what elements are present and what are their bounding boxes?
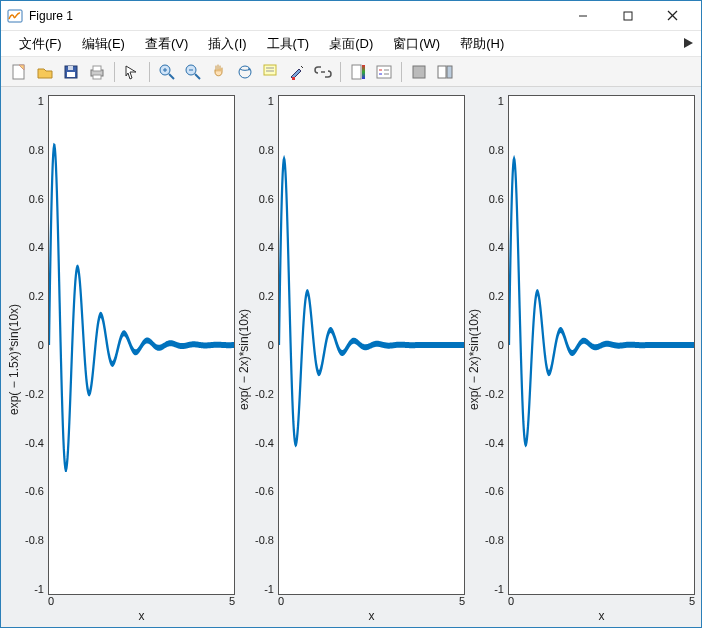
- menu-insert[interactable]: 插入(I): [198, 33, 256, 55]
- subplots-row: exp( − 1.5x)*sin(10x) 1 0.8 0.6 0.4 0.2 …: [5, 95, 695, 623]
- link-plots-button[interactable]: [311, 60, 335, 84]
- svg-rect-7: [67, 72, 75, 77]
- menu-edit[interactable]: 编辑(E): [72, 33, 135, 55]
- x-axis-ticks: 0 5: [48, 595, 235, 609]
- svg-rect-2: [624, 12, 632, 20]
- y-axis-ticks: 1 0.8 0.6 0.4 0.2 0 -0.2 -0.4 -0.6 -0.8 …: [255, 95, 278, 623]
- menu-help[interactable]: 帮助(H): [450, 33, 514, 55]
- axes-1[interactable]: [48, 95, 235, 595]
- subplot-3: exp( − 2x)*sin(10x) 1 0.8 0.6 0.4 0.2 0 …: [465, 95, 695, 623]
- svg-line-17: [195, 74, 200, 79]
- xlabel: x: [278, 609, 465, 623]
- insert-colorbar-button[interactable]: [346, 60, 370, 84]
- menubar: 文件(F) 编辑(E) 查看(V) 插入(I) 工具(T) 桌面(D) 窗口(W…: [1, 31, 701, 57]
- x-axis-ticks: 0 5: [278, 595, 465, 609]
- svg-rect-11: [93, 75, 101, 79]
- svg-rect-24: [352, 65, 361, 79]
- svg-line-13: [169, 74, 174, 79]
- x-axis-ticks: 0 5: [508, 595, 695, 609]
- data-cursor-button[interactable]: [259, 60, 283, 84]
- zoom-in-button[interactable]: [155, 60, 179, 84]
- subplot-2: exp( − 2x)*sin(10x) 1 0.8 0.6 0.4 0.2 0 …: [235, 95, 465, 623]
- matlab-figure-icon: [7, 8, 23, 24]
- xlabel: x: [48, 609, 235, 623]
- undock-arrow-icon[interactable]: [683, 37, 695, 52]
- insert-legend-button[interactable]: [372, 60, 396, 84]
- menu-window[interactable]: 窗口(W): [383, 33, 450, 55]
- line-series-2: [279, 159, 464, 443]
- zoom-out-button[interactable]: [181, 60, 205, 84]
- svg-rect-23: [292, 77, 295, 80]
- new-figure-button[interactable]: [7, 60, 31, 84]
- svg-rect-33: [447, 66, 452, 78]
- minimize-button[interactable]: [560, 2, 605, 30]
- svg-rect-10: [93, 66, 101, 71]
- ylabel: exp( − 1.5x)*sin(10x): [5, 95, 25, 623]
- axes-3[interactable]: [508, 95, 695, 595]
- svg-rect-31: [413, 66, 425, 78]
- subplot-1: exp( − 1.5x)*sin(10x) 1 0.8 0.6 0.4 0.2 …: [5, 95, 235, 623]
- svg-rect-8: [68, 66, 73, 70]
- figure-canvas[interactable]: exp( − 1.5x)*sin(10x) 1 0.8 0.6 0.4 0.2 …: [1, 87, 701, 627]
- svg-point-19: [239, 66, 251, 78]
- titlebar: Figure 1: [1, 1, 701, 31]
- menu-desktop[interactable]: 桌面(D): [319, 33, 383, 55]
- toolbar-separator: [401, 62, 402, 82]
- hide-plottools-button[interactable]: [407, 60, 431, 84]
- figure-window: Figure 1 文件(F) 编辑(E) 查看(V) 插入(I) 工具(T) 桌…: [0, 0, 702, 628]
- line-series-1: [49, 146, 234, 469]
- edit-plot-button[interactable]: [120, 60, 144, 84]
- xlabel: x: [508, 609, 695, 623]
- menu-view[interactable]: 查看(V): [135, 33, 198, 55]
- line-series-3: [509, 159, 694, 443]
- open-button[interactable]: [33, 60, 57, 84]
- print-button[interactable]: [85, 60, 109, 84]
- rotate3d-button[interactable]: [233, 60, 257, 84]
- maximize-button[interactable]: [605, 2, 650, 30]
- ylabel: exp( − 2x)*sin(10x): [235, 95, 255, 623]
- brush-button[interactable]: [285, 60, 309, 84]
- y-axis-ticks: 1 0.8 0.6 0.4 0.2 0 -0.2 -0.4 -0.6 -0.8 …: [25, 95, 48, 623]
- y-axis-ticks: 1 0.8 0.6 0.4 0.2 0 -0.2 -0.4 -0.6 -0.8 …: [485, 95, 508, 623]
- menu-file[interactable]: 文件(F): [9, 33, 72, 55]
- toolbar-separator: [114, 62, 115, 82]
- axes-2[interactable]: [278, 95, 465, 595]
- close-button[interactable]: [650, 2, 695, 30]
- window-title: Figure 1: [29, 9, 560, 23]
- save-button[interactable]: [59, 60, 83, 84]
- toolbar-separator: [149, 62, 150, 82]
- toolbar: [1, 57, 701, 87]
- show-plottools-button[interactable]: [433, 60, 457, 84]
- svg-rect-26: [377, 66, 391, 78]
- ylabel: exp( − 2x)*sin(10x): [465, 95, 485, 623]
- pan-button[interactable]: [207, 60, 231, 84]
- svg-rect-20: [264, 65, 276, 75]
- menu-tools[interactable]: 工具(T): [257, 33, 320, 55]
- toolbar-separator: [340, 62, 341, 82]
- svg-rect-25: [362, 65, 365, 79]
- svg-rect-32: [438, 66, 446, 78]
